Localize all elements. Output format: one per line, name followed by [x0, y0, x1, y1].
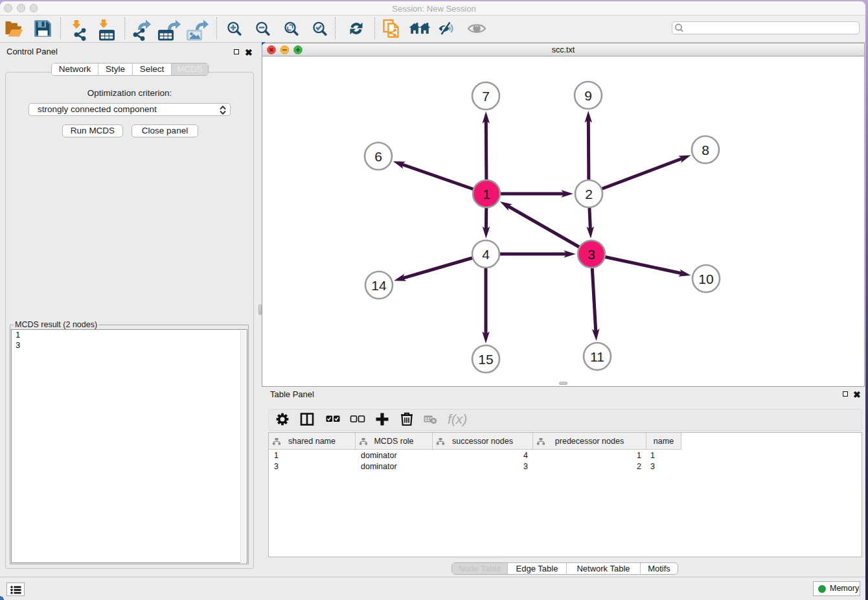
svg-text:1: 1: [483, 187, 490, 202]
svg-text:9: 9: [584, 88, 592, 103]
svg-text:4: 4: [482, 247, 490, 262]
svg-text:11: 11: [590, 349, 604, 364]
svg-text:3: 3: [588, 247, 595, 262]
svg-text:2: 2: [585, 187, 593, 202]
svg-text:7: 7: [482, 89, 490, 104]
svg-text:14: 14: [371, 278, 387, 293]
svg-text:15: 15: [478, 352, 493, 367]
svg-text:6: 6: [374, 149, 382, 164]
svg-text:8: 8: [702, 143, 709, 157]
svg-text:10: 10: [698, 271, 713, 286]
svg-text:f(x): f(x): [448, 411, 467, 426]
